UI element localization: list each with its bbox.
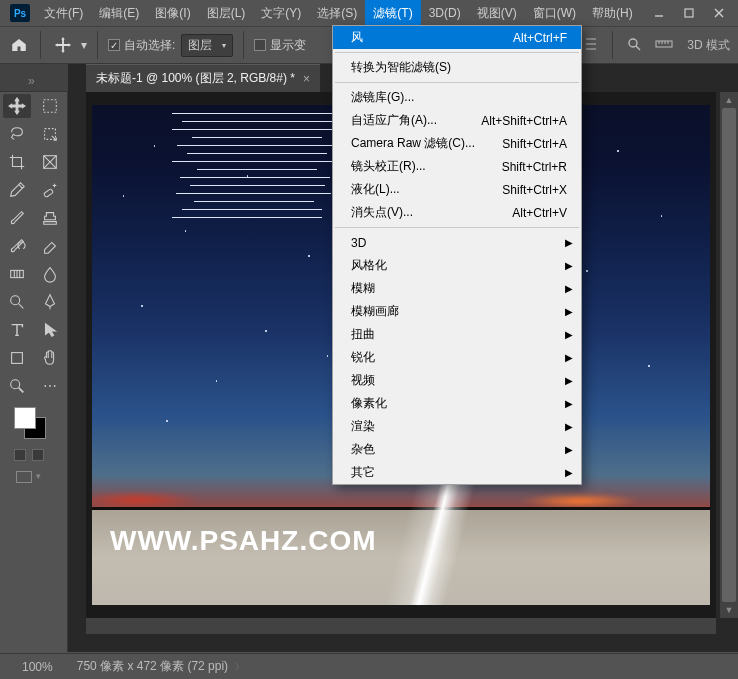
window-close-button[interactable] bbox=[704, 2, 734, 24]
quick-mask-icon[interactable] bbox=[14, 449, 26, 461]
window-minimize-button[interactable] bbox=[644, 2, 674, 24]
status-zoom[interactable]: 100% bbox=[22, 660, 53, 674]
menu-filter[interactable]: 滤镜(T) bbox=[365, 0, 420, 27]
type-tool[interactable] bbox=[3, 318, 31, 342]
screen-mode-icon[interactable] bbox=[32, 449, 44, 461]
eraser-tool[interactable] bbox=[36, 234, 64, 258]
titlebar: Ps 文件(F) 编辑(E) 图像(I) 图层(L) 文字(Y) 选择(S) 滤… bbox=[0, 0, 738, 26]
svg-rect-30 bbox=[12, 353, 23, 364]
blur-tool[interactable] bbox=[36, 262, 64, 286]
move-tool[interactable] bbox=[3, 94, 31, 118]
vertical-scrollbar[interactable]: ▲ ▼ bbox=[720, 92, 738, 618]
status-bar: 100% 750 像素 x 472 像素 (72 ppi) 〉 bbox=[0, 653, 738, 679]
hand-tool[interactable] bbox=[36, 346, 64, 370]
edit-toolbar[interactable]: ⋯ bbox=[36, 374, 64, 398]
search-icon[interactable] bbox=[627, 37, 641, 54]
gradient-tool[interactable] bbox=[3, 262, 31, 286]
move-tool-icon[interactable] bbox=[51, 36, 75, 54]
status-dimensions: 750 像素 x 472 像素 (72 ppi) bbox=[77, 659, 228, 673]
window-controls bbox=[644, 2, 734, 24]
threeD-mode-label[interactable]: 3D 模式 bbox=[687, 37, 730, 54]
menu-file[interactable]: 文件(F) bbox=[36, 0, 91, 27]
horizontal-scrollbar[interactable] bbox=[86, 618, 716, 634]
svg-point-9 bbox=[629, 39, 637, 47]
shape-tool[interactable] bbox=[3, 346, 31, 370]
menu-item-other-submenu[interactable]: 其它▶ bbox=[333, 461, 581, 484]
menu-item-camera-raw-filter[interactable]: Camera Raw 滤镜(C)...Shift+Ctrl+A bbox=[333, 132, 581, 155]
vertical-scroll-thumb[interactable] bbox=[722, 108, 736, 602]
menu-item-sharpen-submenu[interactable]: 锐化▶ bbox=[333, 346, 581, 369]
show-transform-label: 显示变 bbox=[270, 37, 306, 54]
quick-selection-tool[interactable] bbox=[36, 122, 64, 146]
svg-rect-16 bbox=[44, 100, 57, 113]
canvas-watermark: WWW.PSAHZ.COM bbox=[110, 525, 377, 557]
svg-rect-11 bbox=[656, 41, 672, 47]
frame-tool[interactable] bbox=[36, 150, 64, 174]
svg-line-29 bbox=[19, 304, 24, 309]
status-info-chevron-icon[interactable]: 〉 bbox=[235, 662, 244, 672]
auto-select-label: 自动选择: bbox=[124, 37, 175, 54]
clone-stamp-tool[interactable] bbox=[36, 206, 64, 230]
menu-item-convert-smart-filter[interactable]: 转换为智能滤镜(S) bbox=[333, 56, 581, 79]
menu-item-3d-submenu[interactable]: 3D▶ bbox=[333, 231, 581, 254]
menu-item-adaptive-wide-angle[interactable]: 自适应广角(A)...Alt+Shift+Ctrl+A bbox=[333, 109, 581, 132]
menu-item-video-submenu[interactable]: 视频▶ bbox=[333, 369, 581, 392]
color-swatches[interactable] bbox=[14, 407, 50, 443]
screen-mode-toggle[interactable] bbox=[16, 471, 32, 483]
path-selection-tool[interactable] bbox=[36, 318, 64, 342]
eyedropper-tool[interactable] bbox=[3, 178, 31, 202]
menu-select[interactable]: 选择(S) bbox=[309, 0, 365, 27]
document-tab-title: 未标题-1 @ 100% (图层 2, RGB/8#) * bbox=[96, 70, 295, 87]
scroll-up-arrow-icon[interactable]: ▲ bbox=[720, 92, 738, 108]
menu-image[interactable]: 图像(I) bbox=[147, 0, 198, 27]
menu-item-blur-gallery-submenu[interactable]: 模糊画廊▶ bbox=[333, 300, 581, 323]
dodge-tool[interactable] bbox=[3, 290, 31, 314]
healing-brush-tool[interactable] bbox=[36, 178, 64, 202]
menu-view[interactable]: 视图(V) bbox=[469, 0, 525, 27]
menu-item-pixelate-submenu[interactable]: 像素化▶ bbox=[333, 392, 581, 415]
document-tab[interactable]: 未标题-1 @ 100% (图层 2, RGB/8#) * × bbox=[86, 64, 320, 92]
ps-app-icon: Ps bbox=[10, 4, 30, 22]
svg-rect-1 bbox=[685, 9, 693, 17]
menu-help[interactable]: 帮助(H) bbox=[584, 0, 641, 27]
menu-edit[interactable]: 编辑(E) bbox=[91, 0, 147, 27]
menu-item-filter-gallery[interactable]: 滤镜库(G)... bbox=[333, 86, 581, 109]
screen-mode-arrow-icon[interactable]: ▾ bbox=[36, 471, 41, 483]
brush-tool[interactable] bbox=[3, 206, 31, 230]
ruler-icon[interactable] bbox=[655, 38, 673, 53]
menu-item-distort-submenu[interactable]: 扭曲▶ bbox=[333, 323, 581, 346]
menu-item-lens-correction[interactable]: 镜头校正(R)...Shift+Ctrl+R bbox=[333, 155, 581, 178]
auto-select-checkbox[interactable] bbox=[108, 39, 120, 51]
foreground-color-swatch[interactable] bbox=[14, 407, 36, 429]
scroll-down-arrow-icon[interactable]: ▼ bbox=[720, 602, 738, 618]
menu-type[interactable]: 文字(Y) bbox=[253, 0, 309, 27]
distribute-icon[interactable] bbox=[584, 37, 598, 54]
menu-window[interactable]: 窗口(W) bbox=[525, 0, 584, 27]
menu-layer[interactable]: 图层(L) bbox=[199, 0, 254, 27]
menu-item-last-filter[interactable]: 风 Alt+Ctrl+F bbox=[333, 26, 581, 49]
crop-tool[interactable] bbox=[3, 150, 31, 174]
zoom-tool[interactable] bbox=[3, 374, 31, 398]
menu-item-noise-submenu[interactable]: 杂色▶ bbox=[333, 438, 581, 461]
filter-menu-dropdown: 风 Alt+Ctrl+F 转换为智能滤镜(S) 滤镜库(G)... 自适应广角(… bbox=[332, 25, 582, 485]
lasso-tool[interactable] bbox=[3, 122, 31, 146]
menu-item-vanishing-point[interactable]: 消失点(V)...Alt+Ctrl+V bbox=[333, 201, 581, 224]
home-icon[interactable] bbox=[8, 34, 30, 56]
svg-rect-21 bbox=[43, 189, 53, 198]
menu-item-stylize-submenu[interactable]: 风格化▶ bbox=[333, 254, 581, 277]
window-maximize-button[interactable] bbox=[674, 2, 704, 24]
tools-panel-handle[interactable]: » bbox=[0, 64, 68, 92]
show-transform-checkbox[interactable] bbox=[254, 39, 266, 51]
menubar: 文件(F) 编辑(E) 图像(I) 图层(L) 文字(Y) 选择(S) 滤镜(T… bbox=[36, 0, 644, 27]
pen-tool[interactable] bbox=[36, 290, 64, 314]
tab-close-icon[interactable]: × bbox=[303, 72, 310, 86]
marquee-tool[interactable] bbox=[36, 94, 64, 118]
auto-select-target-select[interactable]: 图层▾ bbox=[181, 34, 233, 57]
menu-item-render-submenu[interactable]: 渲染▶ bbox=[333, 415, 581, 438]
svg-line-32 bbox=[19, 388, 24, 393]
menu-3d[interactable]: 3D(D) bbox=[421, 1, 469, 25]
menu-item-blur-submenu[interactable]: 模糊▶ bbox=[333, 277, 581, 300]
tools-panel: » ⋯ bbox=[0, 64, 68, 652]
history-brush-tool[interactable] bbox=[3, 234, 31, 258]
menu-item-liquify[interactable]: 液化(L)...Shift+Ctrl+X bbox=[333, 178, 581, 201]
